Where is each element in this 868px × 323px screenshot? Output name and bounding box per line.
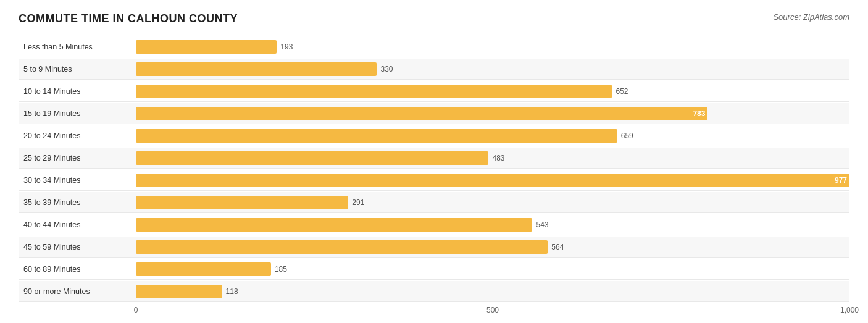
table-row: 5 to 9 Minutes330 bbox=[19, 59, 849, 80]
bar-track: 783 bbox=[136, 107, 849, 120]
table-row: 60 to 89 Minutes185 bbox=[19, 259, 849, 280]
bar-fill bbox=[136, 129, 617, 143]
bar-wrapper: 330 bbox=[136, 62, 849, 76]
bar-value: 659 bbox=[621, 132, 633, 140]
x-axis: 05001,000 bbox=[136, 306, 849, 318]
bar-track: 483 bbox=[136, 151, 849, 165]
table-row: 45 to 59 Minutes564 bbox=[19, 237, 849, 258]
bar-label: 30 to 34 Minutes bbox=[19, 176, 136, 185]
table-row: 35 to 39 Minutes291 bbox=[19, 192, 849, 213]
bar-value: 564 bbox=[551, 243, 564, 251]
bar-track: 977 bbox=[136, 174, 849, 187]
x-tick-label: 1,000 bbox=[840, 306, 859, 314]
bar-label: Less than 5 Minutes bbox=[19, 43, 136, 51]
bar-track: 118 bbox=[136, 285, 849, 298]
bar-value: 543 bbox=[536, 220, 548, 229]
bar-wrapper: 783 bbox=[136, 107, 849, 120]
bar-track: 291 bbox=[136, 196, 849, 209]
bar-fill bbox=[136, 40, 277, 54]
table-row: 20 to 24 Minutes659 bbox=[19, 125, 849, 146]
bar-track: 193 bbox=[136, 40, 849, 54]
bar-wrapper: 193 bbox=[136, 40, 849, 54]
x-tick-label: 0 bbox=[134, 306, 138, 314]
bar-wrapper: 483 bbox=[136, 151, 849, 165]
bar-value: 652 bbox=[616, 87, 628, 96]
bar-value: 330 bbox=[380, 65, 393, 73]
bar-fill bbox=[136, 240, 548, 254]
bar-label: 60 to 89 Minutes bbox=[19, 265, 136, 274]
bar-fill bbox=[136, 262, 271, 276]
bar-fill bbox=[136, 62, 377, 76]
table-row: 25 to 29 Minutes483 bbox=[19, 148, 849, 169]
bar-value: 118 bbox=[226, 287, 238, 296]
table-row: 10 to 14 Minutes652 bbox=[19, 81, 849, 102]
bar-label: 15 to 19 Minutes bbox=[19, 109, 136, 118]
bar-wrapper: 291 bbox=[136, 196, 849, 209]
bar-track: 652 bbox=[136, 85, 849, 98]
bar-value: 783 bbox=[693, 109, 705, 118]
bar-track: 185 bbox=[136, 262, 849, 276]
bar-label: 35 to 39 Minutes bbox=[19, 198, 136, 207]
table-row: 40 to 44 Minutes543 bbox=[19, 214, 849, 235]
bar-fill bbox=[136, 151, 488, 165]
bar-label: 45 to 59 Minutes bbox=[19, 243, 136, 251]
bar-track: 659 bbox=[136, 129, 849, 143]
table-row: 90 or more Minutes118 bbox=[19, 281, 849, 302]
bar-fill: 977 bbox=[136, 174, 849, 187]
bar-wrapper: 977 bbox=[136, 174, 849, 187]
table-row: 30 to 34 Minutes977 bbox=[19, 170, 849, 191]
bar-label: 10 to 14 Minutes bbox=[19, 87, 136, 96]
bar-fill: 783 bbox=[136, 107, 707, 120]
header-row: COMMUTE TIME IN CALHOUN COUNTY Source: Z… bbox=[19, 12, 849, 25]
bar-value: 291 bbox=[352, 198, 364, 207]
page-container: COMMUTE TIME IN CALHOUN COUNTY Source: Z… bbox=[19, 12, 849, 318]
chart-area: Less than 5 Minutes1935 to 9 Minutes3301… bbox=[19, 36, 849, 302]
table-row: 15 to 19 Minutes783 bbox=[19, 103, 849, 124]
bar-label: 40 to 44 Minutes bbox=[19, 220, 136, 229]
bar-fill bbox=[136, 218, 532, 232]
bar-track: 330 bbox=[136, 62, 849, 76]
bar-wrapper: 564 bbox=[136, 240, 849, 254]
chart-title: COMMUTE TIME IN CALHOUN COUNTY bbox=[19, 12, 238, 25]
source-text: Source: ZipAtlas.com bbox=[773, 12, 849, 22]
bar-fill bbox=[136, 196, 348, 209]
x-tick-label: 500 bbox=[486, 306, 499, 314]
bar-label: 20 to 24 Minutes bbox=[19, 132, 136, 140]
bar-wrapper: 652 bbox=[136, 85, 849, 98]
bar-value: 193 bbox=[280, 43, 293, 51]
bar-wrapper: 659 bbox=[136, 129, 849, 143]
bar-value: 977 bbox=[835, 176, 847, 185]
x-axis-row: 05001,000 bbox=[19, 306, 849, 318]
bar-value: 185 bbox=[275, 265, 287, 274]
bar-wrapper: 118 bbox=[136, 285, 849, 298]
bar-track: 564 bbox=[136, 240, 849, 254]
bar-fill bbox=[136, 85, 612, 98]
bar-fill bbox=[136, 285, 222, 298]
bar-label: 5 to 9 Minutes bbox=[19, 65, 136, 73]
bar-label: 90 or more Minutes bbox=[19, 287, 136, 296]
bar-wrapper: 185 bbox=[136, 262, 849, 276]
bar-value: 483 bbox=[492, 154, 504, 162]
bar-wrapper: 543 bbox=[136, 218, 849, 232]
bar-track: 543 bbox=[136, 218, 849, 232]
bar-label: 25 to 29 Minutes bbox=[19, 154, 136, 162]
table-row: Less than 5 Minutes193 bbox=[19, 36, 849, 57]
